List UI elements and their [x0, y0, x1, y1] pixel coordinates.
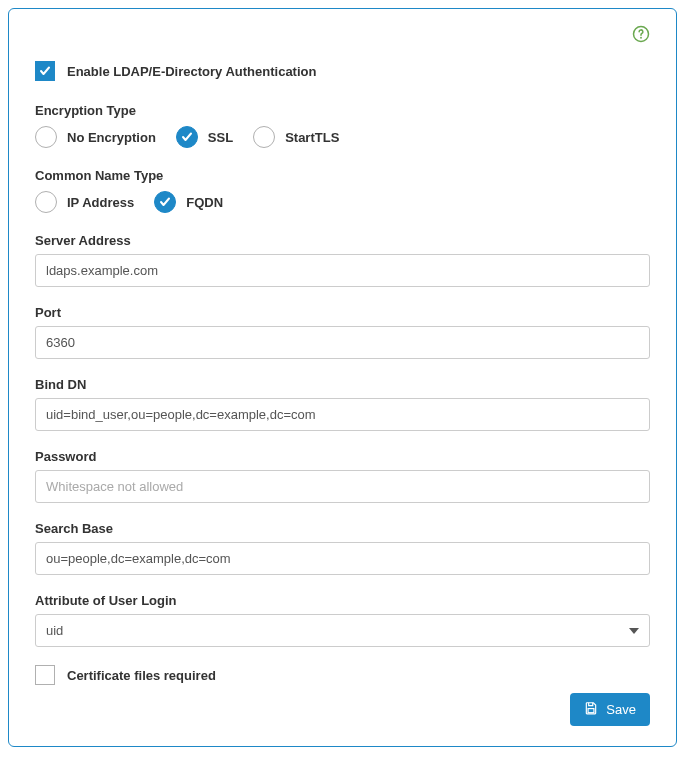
cert-files-row: Certificate files required — [35, 665, 650, 685]
svg-rect-2 — [588, 709, 594, 713]
common-name-type-row: IP Address FQDN — [35, 191, 650, 213]
radio-no-encryption[interactable] — [35, 126, 57, 148]
cert-files-checkbox[interactable] — [35, 665, 55, 685]
svg-point-1 — [640, 37, 642, 39]
help-icon[interactable] — [632, 25, 650, 43]
radio-fqdn-label: FQDN — [186, 195, 223, 210]
attribute-user-login-label: Attribute of User Login — [35, 593, 650, 608]
server-address-input[interactable] — [35, 254, 650, 287]
radio-ssl[interactable] — [176, 126, 198, 148]
search-base-input[interactable] — [35, 542, 650, 575]
encryption-type-row: No Encryption SSL StartTLS — [35, 126, 650, 148]
common-name-type-label: Common Name Type — [35, 168, 650, 183]
save-row: Save — [35, 693, 650, 726]
radio-ssl-label: SSL — [208, 130, 233, 145]
password-input[interactable] — [35, 470, 650, 503]
help-row — [35, 25, 650, 43]
enable-ldap-label: Enable LDAP/E-Directory Authentication — [67, 64, 316, 79]
search-base-label: Search Base — [35, 521, 650, 536]
port-label: Port — [35, 305, 650, 320]
enable-ldap-checkbox[interactable] — [35, 61, 55, 81]
ldap-settings-panel: Enable LDAP/E-Directory Authentication E… — [8, 8, 677, 747]
save-button[interactable]: Save — [570, 693, 650, 726]
radio-starttls-label: StartTLS — [285, 130, 339, 145]
save-icon — [584, 701, 598, 718]
enable-ldap-row: Enable LDAP/E-Directory Authentication — [35, 61, 650, 81]
encryption-type-label: Encryption Type — [35, 103, 650, 118]
radio-fqdn[interactable] — [154, 191, 176, 213]
server-address-label: Server Address — [35, 233, 650, 248]
bind-dn-label: Bind DN — [35, 377, 650, 392]
password-label: Password — [35, 449, 650, 464]
bind-dn-input[interactable] — [35, 398, 650, 431]
save-button-label: Save — [606, 702, 636, 717]
radio-ip-address-label: IP Address — [67, 195, 134, 210]
radio-starttls[interactable] — [253, 126, 275, 148]
radio-ip-address[interactable] — [35, 191, 57, 213]
cert-files-label: Certificate files required — [67, 668, 216, 683]
attribute-user-login-select[interactable]: uid — [35, 614, 650, 647]
port-input[interactable] — [35, 326, 650, 359]
radio-no-encryption-label: No Encryption — [67, 130, 156, 145]
